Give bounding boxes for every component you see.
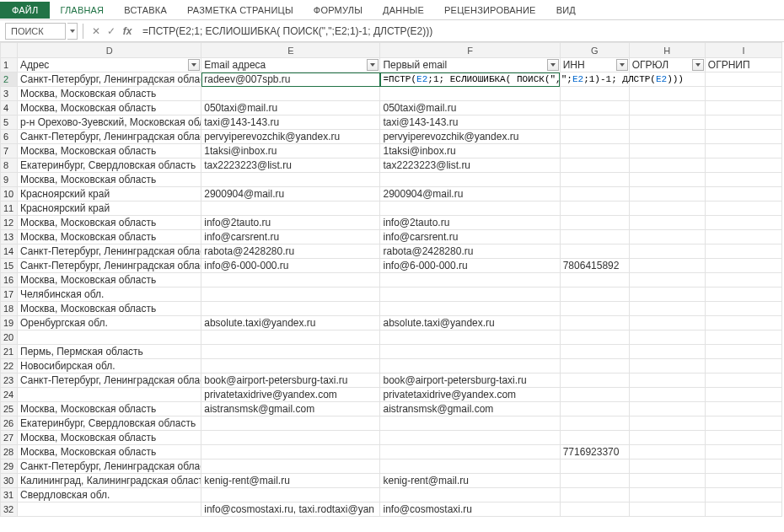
cell-I3[interactable] — [705, 87, 781, 101]
cell-E2[interactable]: radeev@007spb.ru — [201, 73, 380, 87]
ribbon-tab-data[interactable]: ДАННЫЕ — [373, 2, 434, 19]
cell-E26[interactable] — [201, 416, 380, 431]
cell-G18[interactable] — [560, 302, 629, 316]
cell-I12[interactable] — [705, 216, 781, 230]
filter-button[interactable] — [188, 59, 200, 71]
cell-G10[interactable] — [560, 187, 629, 202]
cell-G25[interactable] — [560, 402, 629, 416]
row-header-30[interactable]: 30 — [1, 474, 18, 488]
cell-H17[interactable] — [629, 287, 705, 302]
cell-F26[interactable] — [380, 416, 560, 431]
cell-G9[interactable] — [560, 173, 629, 187]
row-header-15[interactable]: 15 — [1, 259, 18, 273]
cell-E14[interactable]: rabota@2428280.ru — [201, 245, 380, 259]
header-cell-ogrnip[interactable]: ОГРНИП — [705, 58, 781, 73]
cell-G15[interactable]: 7806415892 — [560, 259, 629, 273]
cell-I32[interactable] — [705, 502, 781, 517]
cell-G7[interactable] — [560, 144, 629, 159]
col-header-E[interactable]: E — [201, 43, 380, 58]
cell-E29[interactable] — [201, 459, 380, 474]
cell-D29[interactable]: Санкт-Петербург, Ленинградская область — [18, 459, 201, 474]
cell-E32[interactable]: info@cosmostaxi.ru, taxi.rodtaxi@yan — [201, 502, 380, 517]
cell-G12[interactable] — [560, 216, 629, 230]
cell-G28[interactable]: 7716923370 — [560, 445, 629, 459]
cell-H19[interactable] — [629, 316, 705, 330]
sheet-table[interactable]: D E F G H I 1 Адрес Email адреса Первый … — [0, 42, 782, 517]
cell-G23[interactable] — [560, 373, 629, 388]
cell-E6[interactable]: pervyiperevozchik@yandex.ru — [201, 130, 380, 144]
cell-H4[interactable] — [629, 101, 705, 116]
cell-F16[interactable] — [380, 273, 560, 287]
row-header-18[interactable]: 18 — [1, 302, 18, 316]
cell-I10[interactable] — [705, 187, 781, 202]
cell-E23[interactable]: book@airport-petersburg-taxi.ru — [201, 373, 380, 388]
ribbon-tab-home[interactable]: ГЛАВНАЯ — [50, 2, 114, 19]
cell-E19[interactable]: absolute.taxi@yandex.ru — [201, 316, 380, 330]
cell-F19[interactable]: absolute.taxi@yandex.ru — [380, 316, 560, 330]
cell-I16[interactable] — [705, 273, 781, 287]
cell-G3[interactable] — [560, 87, 629, 101]
cell-I18[interactable] — [705, 302, 781, 316]
cell-F12[interactable]: info@2tauto.ru — [380, 216, 560, 230]
cell-I9[interactable] — [705, 173, 781, 187]
name-box-dropdown[interactable] — [67, 23, 78, 40]
cell-E20[interactable] — [201, 330, 380, 345]
row-header-3[interactable]: 3 — [1, 87, 18, 101]
cell-G26[interactable] — [560, 416, 629, 431]
cell-D17[interactable]: Челябинская обл. — [18, 287, 201, 302]
row-header-7[interactable]: 7 — [1, 144, 18, 159]
cell-F17[interactable] — [380, 287, 560, 302]
cell-H6[interactable] — [629, 130, 705, 144]
cell-F28[interactable] — [380, 445, 560, 459]
cell-D22[interactable]: Новосибирская обл. — [18, 359, 201, 373]
cell-I2[interactable] — [705, 73, 781, 87]
cell-E25[interactable]: aistransmsk@gmail.com — [201, 402, 380, 416]
cell-D7[interactable]: Москва, Московская область — [18, 144, 201, 159]
cell-I6[interactable] — [705, 130, 781, 144]
cell-E22[interactable] — [201, 359, 380, 373]
cell-E24[interactable]: privatetaxidrive@yandex.com — [201, 388, 380, 402]
cell-I31[interactable] — [705, 488, 781, 502]
cell-F22[interactable] — [380, 359, 560, 373]
cell-I21[interactable] — [705, 345, 781, 359]
row-header-21[interactable]: 21 — [1, 345, 18, 359]
cell-D25[interactable]: Москва, Московская область — [18, 402, 201, 416]
cell-D16[interactable]: Москва, Московская область — [18, 273, 201, 287]
filter-button[interactable] — [692, 59, 704, 71]
cell-E31[interactable] — [201, 488, 380, 502]
filter-button[interactable] — [616, 59, 628, 71]
row-header-14[interactable]: 14 — [1, 245, 18, 259]
cell-H14[interactable] — [629, 245, 705, 259]
select-all-corner[interactable] — [1, 43, 18, 58]
name-box[interactable]: ПОИСК — [5, 23, 66, 40]
cell-H26[interactable] — [629, 416, 705, 431]
cell-D14[interactable]: Санкт-Петербург, Ленинградская область — [18, 245, 201, 259]
ribbon-tab-view[interactable]: ВИД — [546, 2, 586, 19]
cell-I5[interactable] — [705, 116, 781, 130]
cell-I26[interactable] — [705, 416, 781, 431]
cell-F5[interactable]: taxi@143-143.ru — [380, 116, 560, 130]
cell-E9[interactable] — [201, 173, 380, 187]
cell-F7[interactable]: 1taksi@inbox.ru — [380, 144, 560, 159]
cell-H23[interactable] — [629, 373, 705, 388]
cell-F10[interactable]: 2900904@mail.ru — [380, 187, 560, 202]
cell-H11[interactable] — [629, 202, 705, 216]
row-header-5[interactable]: 5 — [1, 116, 18, 130]
cell-E17[interactable] — [201, 287, 380, 302]
cell-I15[interactable] — [705, 259, 781, 273]
cell-I22[interactable] — [705, 359, 781, 373]
cell-E5[interactable]: taxi@143-143.ru — [201, 116, 380, 130]
cell-H27[interactable] — [629, 431, 705, 445]
cell-E10[interactable]: 2900904@mail.ru — [201, 187, 380, 202]
cell-F29[interactable] — [380, 459, 560, 474]
cell-H30[interactable] — [629, 474, 705, 488]
row-header-1[interactable]: 1 — [1, 58, 18, 73]
cell-D5[interactable]: р-н Орехово-Зуевский, Московская обл — [18, 116, 201, 130]
cell-I28[interactable] — [705, 445, 781, 459]
cell-G31[interactable] — [560, 488, 629, 502]
row-header-20[interactable]: 20 — [1, 330, 18, 345]
cell-H31[interactable] — [629, 488, 705, 502]
cell-F3[interactable] — [380, 87, 560, 101]
ribbon-tab-file[interactable]: ФАЙЛ — [0, 2, 50, 19]
ribbon-tab-insert[interactable]: ВСТАВКА — [114, 2, 177, 19]
